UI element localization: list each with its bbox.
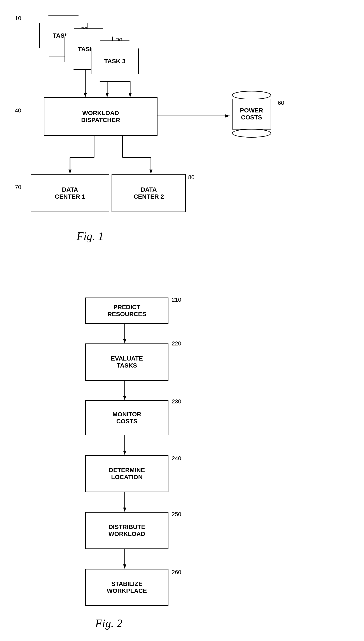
- ref-70: 70: [15, 184, 21, 190]
- arrows-svg: [0, 0, 364, 641]
- svg-marker-5: [128, 93, 132, 97]
- ref-80: 80: [188, 174, 194, 181]
- ref-230: 230: [172, 398, 181, 405]
- ref-220: 220: [172, 340, 181, 347]
- svg-marker-7: [225, 114, 230, 118]
- ref-240: 240: [172, 455, 181, 462]
- data-center2-node: DATACENTER 2: [112, 174, 186, 212]
- fig2-label: Fig. 2: [95, 617, 122, 630]
- svg-marker-17: [123, 339, 126, 344]
- svg-marker-19: [123, 396, 126, 400]
- ref-250: 250: [172, 511, 181, 518]
- ref-10: 10: [15, 15, 21, 22]
- ref-60: 60: [278, 100, 284, 106]
- monitor-costs-node: MONITORCOSTS: [85, 400, 168, 435]
- workload-dispatcher-node: WORKLOADDISPATCHER: [44, 97, 158, 136]
- svg-marker-1: [84, 93, 87, 97]
- determine-location-node: DETERMINELOCATION: [85, 455, 168, 492]
- stabilize-workplace-node: STABILIZEWORKPLACE: [85, 569, 168, 606]
- ref-40: 40: [15, 107, 21, 114]
- evaluate-tasks-node: EVALUATETASKS: [85, 344, 168, 381]
- predict-resources-node: PREDICTRESOURCES: [85, 298, 168, 324]
- fig1-label: Fig. 1: [76, 230, 104, 242]
- power-costs-node: POWERCOSTS: [232, 91, 271, 138]
- diagram-container: 10 TASK 1 20 TASK 2 30 TASK 3 40 WORKLOA…: [0, 0, 364, 641]
- svg-marker-3: [106, 93, 109, 97]
- svg-marker-15: [150, 170, 152, 174]
- ref-210: 210: [172, 296, 181, 303]
- svg-marker-11: [68, 170, 72, 174]
- svg-marker-23: [123, 508, 126, 512]
- svg-marker-25: [123, 564, 126, 569]
- svg-marker-21: [123, 451, 126, 455]
- ref-260: 260: [172, 569, 181, 576]
- distribute-workload-node: DISTRIBUTEWORKLOAD: [85, 512, 168, 549]
- data-center1-node: DATACENTER 1: [30, 174, 110, 212]
- task3-node: TASK 3: [91, 40, 139, 82]
